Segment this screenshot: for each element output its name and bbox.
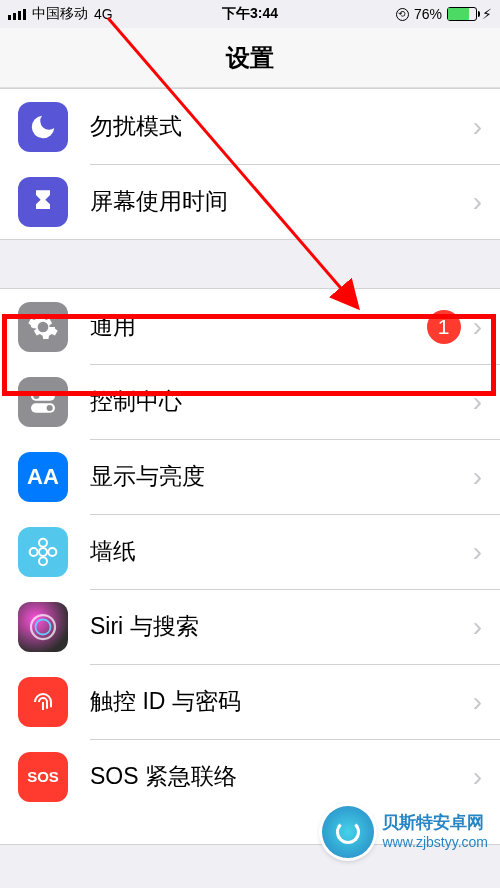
hourglass-icon <box>18 177 68 227</box>
text-size-icon: AA <box>18 452 68 502</box>
moon-icon <box>18 102 68 152</box>
row-screentime[interactable]: 屏幕使用时间 › <box>0 164 500 239</box>
row-sos[interactable]: SOS SOS 紧急联络 › <box>0 739 500 814</box>
row-dnd[interactable]: 勿扰模式 › <box>0 89 500 164</box>
sos-icon: SOS <box>18 752 68 802</box>
row-label: 控制中心 <box>90 386 473 417</box>
battery-pct-label: 76% <box>414 6 442 22</box>
battery-icon <box>447 7 477 21</box>
svg-point-4 <box>39 548 47 556</box>
chevron-right-icon: › <box>473 111 482 143</box>
fingerprint-icon <box>18 677 68 727</box>
row-label: 勿扰模式 <box>90 111 473 142</box>
svg-point-3 <box>47 404 53 410</box>
group-spacer <box>0 240 500 288</box>
svg-point-2 <box>33 392 39 398</box>
signal-icon <box>8 9 26 20</box>
nav-bar: 设置 <box>0 28 500 88</box>
row-control-center[interactable]: 控制中心 › <box>0 364 500 439</box>
carrier-label: 中国移动 <box>32 5 88 23</box>
chevron-right-icon: › <box>473 611 482 643</box>
row-wallpaper[interactable]: 墙纸 › <box>0 514 500 589</box>
row-label: 显示与亮度 <box>90 461 473 492</box>
settings-group-2: 通用 1 › 控制中心 › AA 显示与亮度 › 墙纸 › Siri 与搜索 ›… <box>0 288 500 845</box>
svg-point-5 <box>39 538 47 546</box>
chevron-right-icon: › <box>473 761 482 793</box>
row-label: Siri 与搜索 <box>90 611 473 642</box>
chevron-right-icon: › <box>473 536 482 568</box>
chevron-right-icon: › <box>473 186 482 218</box>
charging-icon: ⚡︎ <box>482 6 492 22</box>
statusbar-right: 76% ⚡︎ <box>396 6 492 22</box>
time-label: 下午3:44 <box>222 5 278 23</box>
chevron-right-icon: › <box>473 311 482 343</box>
network-label: 4G <box>94 6 113 22</box>
toggle-icon <box>18 377 68 427</box>
statusbar: 中国移动 4G 下午3:44 76% ⚡︎ <box>0 0 500 28</box>
row-general[interactable]: 通用 1 › <box>0 289 500 364</box>
row-siri[interactable]: Siri 与搜索 › <box>0 589 500 664</box>
chevron-right-icon: › <box>473 386 482 418</box>
row-label: 墙纸 <box>90 536 473 567</box>
orientation-lock-icon <box>396 8 409 21</box>
flower-icon <box>18 527 68 577</box>
notification-badge: 1 <box>427 310 461 344</box>
row-label: 屏幕使用时间 <box>90 186 473 217</box>
svg-point-7 <box>30 548 38 556</box>
gear-icon <box>18 302 68 352</box>
row-label: SOS 紧急联络 <box>90 761 473 792</box>
row-label: 触控 ID 与密码 <box>90 686 473 717</box>
svg-point-6 <box>39 557 47 565</box>
svg-point-9 <box>31 615 55 639</box>
siri-icon <box>18 602 68 652</box>
row-label: 通用 <box>90 311 427 342</box>
chevron-right-icon: › <box>473 461 482 493</box>
chevron-right-icon: › <box>473 686 482 718</box>
svg-point-8 <box>48 548 56 556</box>
row-display[interactable]: AA 显示与亮度 › <box>0 439 500 514</box>
statusbar-left: 中国移动 4G <box>8 5 113 23</box>
page-title: 设置 <box>226 42 274 74</box>
settings-group-1: 勿扰模式 › 屏幕使用时间 › <box>0 88 500 240</box>
row-touchid[interactable]: 触控 ID 与密码 › <box>0 664 500 739</box>
svg-point-10 <box>36 619 51 634</box>
